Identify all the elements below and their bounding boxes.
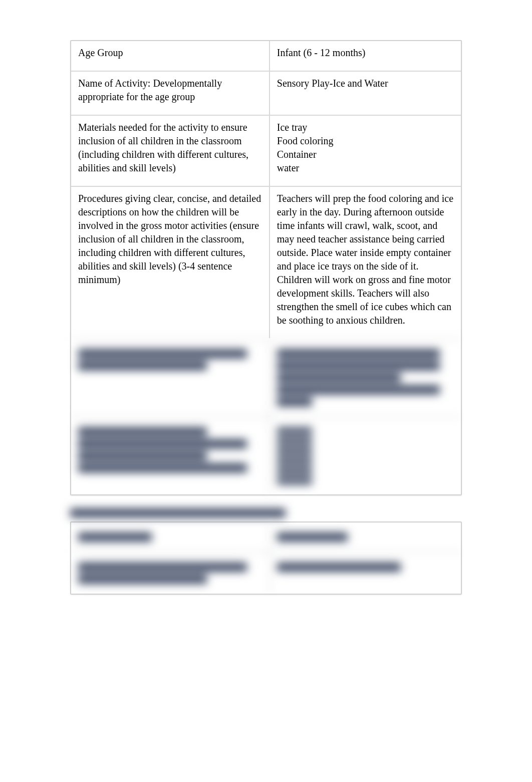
- table-row-blurred: [71, 416, 461, 494]
- table-row-blurred: [71, 523, 461, 552]
- table-row: Age Group Infant (6 - 12 months): [71, 41, 461, 71]
- table-row: Name of Activity: Developmentally approp…: [71, 71, 461, 115]
- activity-name-label: Name of Activity: Developmentally approp…: [71, 71, 270, 115]
- age-group-label: Age Group: [71, 41, 270, 71]
- materials-value: Ice tray Food coloring Container water: [270, 115, 461, 186]
- activity-table-2: [70, 522, 462, 595]
- activity-name-value: Sensory Play-Ice and Water: [270, 71, 461, 115]
- table-row-blurred: [71, 552, 461, 594]
- procedures-value: Teachers will prep the food coloring and…: [270, 186, 461, 338]
- age-group-value: Infant (6 - 12 months): [270, 41, 461, 71]
- table-row-blurred: [71, 338, 461, 416]
- section-heading-blurred: [70, 508, 462, 517]
- procedures-label: Procedures giving clear, concise, and de…: [71, 186, 270, 338]
- activity-table-1: Age Group Infant (6 - 12 months) Name of…: [70, 40, 462, 495]
- document-page: Age Group Infant (6 - 12 months) Name of…: [0, 0, 532, 625]
- table-row: Materials needed for the activity to ens…: [71, 115, 461, 186]
- table-row: Procedures giving clear, concise, and de…: [71, 186, 461, 338]
- materials-label: Materials needed for the activity to ens…: [71, 115, 270, 186]
